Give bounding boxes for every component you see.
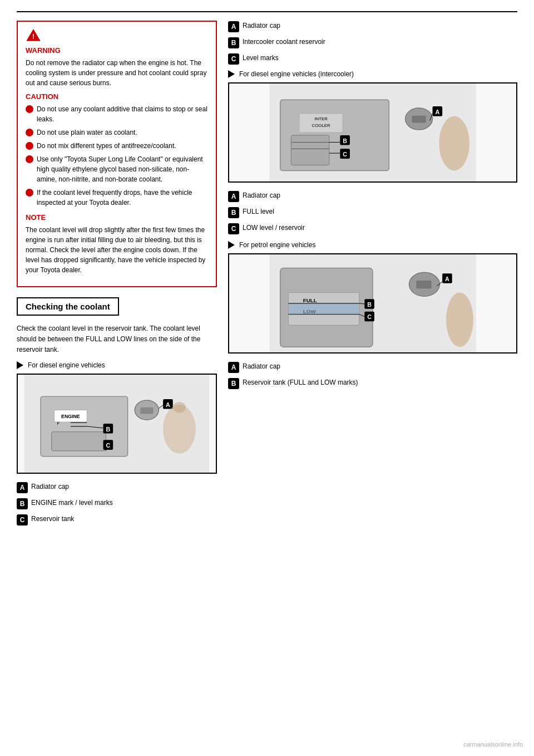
note-text: The coolant level will drop slightly aft… bbox=[26, 225, 208, 275]
intercooler-diagram-box: INTER COOLER A B bbox=[228, 82, 517, 183]
section-heading: Checking the coolant bbox=[17, 297, 119, 316]
warning-box: ! WARNING Do not remove the radiator cap… bbox=[17, 21, 217, 287]
engine-diagram-svg: ENGINE F A B bbox=[18, 375, 216, 473]
petrol-diagram-svg: FULL LOW A B bbox=[229, 254, 516, 352]
svg-rect-11 bbox=[140, 407, 153, 414]
label-B-1: B ENGINE mark / level marks bbox=[17, 498, 217, 509]
svg-text:B: B bbox=[367, 301, 372, 308]
main-layout: ! WARNING Do not remove the radiator cap… bbox=[17, 21, 517, 530]
svg-text:FULL: FULL bbox=[303, 297, 317, 303]
arrow-right-icon-3 bbox=[228, 241, 235, 249]
svg-text:B: B bbox=[106, 425, 110, 432]
svg-text:ENGINE: ENGINE bbox=[61, 414, 80, 419]
right-label-A-3: A Radiator cap bbox=[228, 361, 517, 373]
svg-point-22 bbox=[173, 401, 186, 413]
top-divider bbox=[17, 11, 517, 12]
svg-text:F: F bbox=[57, 421, 60, 426]
warning-title: WARNING bbox=[26, 46, 208, 55]
svg-text:!: ! bbox=[32, 32, 34, 41]
warning-text: Do not remove the radiator cap when the … bbox=[26, 58, 208, 88]
engine-diagram-box: ENGINE F A B bbox=[17, 374, 217, 474]
label-C-1: C Reservoir tank bbox=[17, 514, 217, 526]
coolant-body-text: Check the coolant level in the reservoir… bbox=[17, 323, 217, 356]
right-column: A Radiator cap B Intercooler coolant res… bbox=[228, 21, 517, 530]
svg-text:INTER: INTER bbox=[314, 116, 328, 121]
svg-point-62 bbox=[446, 292, 473, 347]
petrol-arrow: For petrol engine vehicles bbox=[228, 241, 517, 249]
svg-text:A: A bbox=[445, 276, 449, 282]
bullet-5: If the coolant level frequently drops, h… bbox=[26, 188, 208, 208]
svg-rect-9 bbox=[52, 431, 106, 450]
watermark-text: carmanualsonline.info bbox=[463, 741, 523, 748]
bullet-1: Do not use any coolant additive that cla… bbox=[26, 104, 208, 124]
svg-point-42 bbox=[439, 116, 469, 171]
intercooler-diagram-svg: INTER COOLER A B bbox=[229, 84, 516, 181]
bullet-2: Do not use plain water as coolant. bbox=[26, 127, 208, 138]
svg-rect-50 bbox=[289, 304, 358, 314]
bullet-dot-icon bbox=[26, 189, 33, 197]
svg-rect-28 bbox=[291, 135, 329, 165]
right-label-C-top: C Level marks bbox=[228, 53, 517, 65]
bullet-dot-icon bbox=[26, 155, 33, 163]
label-A-1: A Radiator cap bbox=[17, 482, 217, 493]
right-label-B-2: B FULL level bbox=[228, 207, 517, 218]
left-column: ! WARNING Do not remove the radiator cap… bbox=[17, 21, 217, 530]
note-section: NOTE The coolant level will drop slightl… bbox=[26, 213, 208, 275]
page-container: ! WARNING Do not remove the radiator cap… bbox=[0, 0, 534, 756]
diesel-arrow: For diesel engine vehicles bbox=[17, 361, 217, 369]
arrow-right-icon bbox=[17, 361, 23, 369]
warning-icon: ! bbox=[26, 28, 41, 42]
svg-text:C: C bbox=[106, 442, 110, 449]
svg-text:A: A bbox=[166, 401, 170, 408]
bullet-3: Do not mix different types of antifreeze… bbox=[26, 141, 208, 151]
svg-rect-52 bbox=[416, 281, 431, 289]
svg-text:A: A bbox=[435, 109, 439, 115]
bullet-dot-icon bbox=[26, 129, 33, 136]
caution-title: CAUTION bbox=[26, 92, 208, 101]
petrol-diagram-box: FULL LOW A B bbox=[228, 253, 517, 354]
svg-text:C: C bbox=[367, 313, 372, 320]
svg-text:B: B bbox=[343, 138, 347, 144]
warning-header: ! bbox=[26, 28, 208, 42]
right-label-C-2: C LOW level / reservoir bbox=[228, 223, 517, 234]
right-label-B-top: B Intercooler coolant reservoir bbox=[228, 37, 517, 48]
svg-text:COOLER: COOLER bbox=[312, 123, 330, 128]
bullet-dot-icon bbox=[26, 142, 33, 150]
right-label-B-3: B Reservoir tank (FULL and LOW marks) bbox=[228, 377, 517, 389]
right-label-A-top: A Radiator cap bbox=[228, 21, 517, 32]
bullet-dot-icon bbox=[26, 105, 33, 113]
arrow-right-icon-2 bbox=[228, 70, 235, 78]
svg-rect-32 bbox=[412, 116, 426, 123]
bullet-4: Use only "Toyota Super Long Life Coolant… bbox=[26, 154, 208, 184]
note-title: NOTE bbox=[26, 213, 208, 222]
intercooler-arrow: For diesel engine vehicles (intercooler) bbox=[228, 70, 517, 78]
svg-text:C: C bbox=[343, 151, 347, 158]
right-label-A-2: A Radiator cap bbox=[228, 190, 517, 202]
